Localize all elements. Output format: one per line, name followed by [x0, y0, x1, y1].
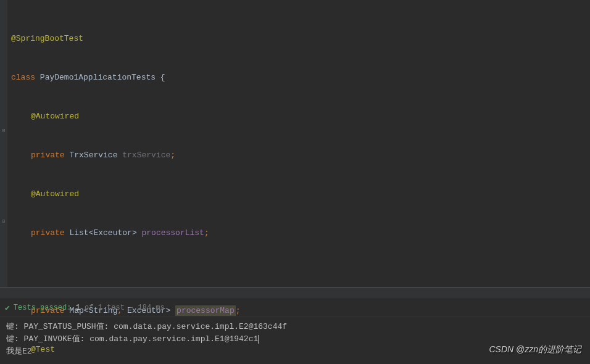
gutter: ⊟ ⊟	[0, 0, 7, 287]
code-line: private TrxService trxService;	[11, 149, 586, 162]
code-line: private List<Exceutor> processorList;	[11, 226, 586, 239]
code-line: class PayDemo1ApplicationTests {	[11, 71, 586, 84]
check-icon: ✔	[5, 303, 10, 313]
highlighted-symbol: processorMap	[175, 305, 236, 316]
code-line: @Autowired	[11, 188, 586, 201]
code-line: @SpringBootTest	[11, 32, 586, 45]
fold-open-icon[interactable]: ⊟	[2, 127, 5, 134]
test-duration: – 184 ms	[129, 304, 165, 312]
fold-close-icon[interactable]: ⊟	[2, 218, 5, 225]
code-editor[interactable]: ⊟ ⊟ @SpringBootTest class PayDemo1Applic…	[0, 0, 590, 287]
code-line	[11, 265, 586, 278]
watermark: CSDN @zzn的进阶笔记	[489, 344, 581, 355]
text-cursor	[258, 335, 259, 344]
tests-passed-label: Tests passed: 1	[14, 304, 80, 312]
test-total: of 1 test	[85, 304, 125, 312]
code-area[interactable]: @SpringBootTest class PayDemo1Applicatio…	[7, 0, 590, 287]
code-line: @Autowired	[11, 110, 586, 123]
